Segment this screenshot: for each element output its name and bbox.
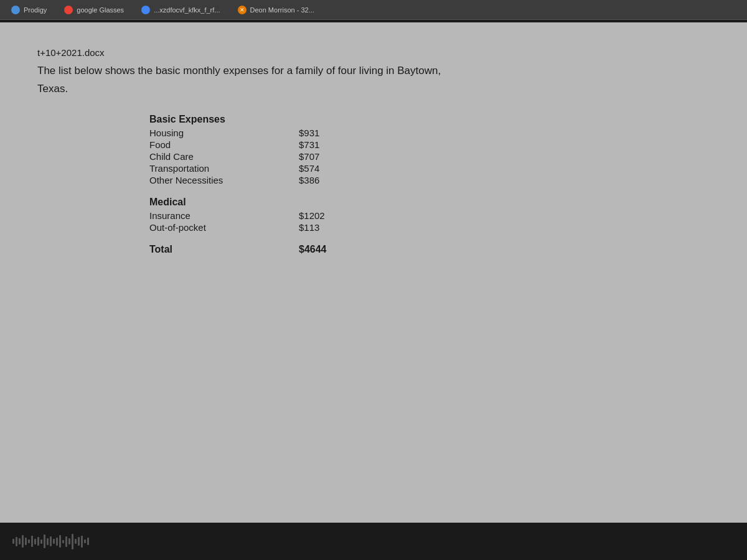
wave-bar: [44, 534, 45, 548]
expense-food-value: $731: [299, 139, 319, 150]
wave-bar: [87, 538, 89, 545]
wave-bar: [37, 537, 39, 546]
tab-google-glasses[interactable]: google Glasses: [58, 3, 130, 17]
tab-deon[interactable]: ✕ Deon Morrison - 32...: [232, 3, 321, 17]
expense-childcare-label: Child Care: [149, 151, 274, 162]
content-area: t+10+2021.docx The list below shows the …: [0, 20, 747, 560]
expense-outofpocket-value: $113: [299, 222, 319, 233]
deon-icon: ✕: [238, 6, 247, 14]
wave-bar: [62, 540, 64, 543]
wave-bar: [84, 539, 86, 543]
prodigy-icon: [11, 6, 20, 14]
wave-bar: [28, 539, 30, 543]
table-row: Housing $931: [149, 128, 710, 138]
intro-line1: The list below shows the basic monthly e…: [37, 63, 710, 79]
doc-icon: [141, 6, 150, 14]
expenses-container: Basic Expenses Housing $931 Food $731 Ch…: [149, 114, 710, 255]
wave-bar: [34, 539, 36, 544]
basic-expenses-header: Basic Expenses: [149, 114, 710, 125]
medical-header: Medical: [149, 197, 710, 208]
bottom-bar: [0, 523, 747, 560]
wave-bar: [16, 537, 17, 546]
wave-bar: [53, 539, 55, 544]
waveform: [12, 532, 735, 551]
wave-bar: [25, 538, 27, 545]
google-icon: [64, 6, 73, 14]
table-row: Other Necessities $386: [149, 175, 710, 185]
expense-transportation-label: Transportation: [149, 163, 274, 174]
tab-deon-label: Deon Morrison - 32...: [250, 6, 314, 14]
table-row: Insurance $1202: [149, 210, 710, 221]
wave-bar: [40, 539, 42, 544]
file-title: t+10+2021.docx: [37, 47, 710, 58]
intro-line2: Texas.: [37, 83, 710, 95]
document-area: t+10+2021.docx The list below shows the …: [0, 22, 747, 560]
total-value: $4644: [299, 244, 327, 255]
table-row: Child Care $707: [149, 151, 710, 162]
expense-childcare-value: $707: [299, 151, 319, 162]
tab-doc[interactable]: ...xzdfocvf_kfkx_f_rf...: [135, 3, 226, 17]
tab-doc-label: ...xzdfocvf_kfkx_f_rf...: [154, 6, 220, 14]
expense-necessities-label: Other Necessities: [149, 175, 274, 185]
wave-bar: [75, 539, 77, 544]
expense-housing-value: $931: [299, 128, 319, 138]
wave-bar: [81, 536, 83, 548]
tab-prodigy-label: Prodigy: [24, 6, 47, 14]
wave-bar: [50, 536, 52, 546]
expense-housing-label: Housing: [149, 128, 274, 138]
table-row: Out-of-pocket $113: [149, 222, 710, 233]
table-row: Transportation $574: [149, 163, 710, 174]
tab-google-label: google Glasses: [77, 6, 124, 14]
expense-necessities-value: $386: [299, 175, 319, 185]
wave-bar: [59, 535, 61, 548]
wave-bar: [72, 534, 73, 549]
expense-insurance-value: $1202: [299, 210, 325, 221]
wave-bar: [12, 539, 14, 544]
basic-expenses-section: Basic Expenses Housing $931 Food $731 Ch…: [149, 114, 710, 185]
medical-section: Medical Insurance $1202 Out-of-pocket $1…: [149, 197, 710, 233]
wave-bar: [56, 538, 58, 546]
wave-bar: [68, 538, 70, 544]
table-row: Food $731: [149, 139, 710, 150]
wave-bar: [65, 536, 67, 547]
browser-bar: Prodigy google Glasses ...xzdfocvf_kfkx_…: [0, 0, 747, 20]
expense-food-label: Food: [149, 139, 274, 150]
wave-bar: [19, 538, 21, 544]
expense-insurance-label: Insurance: [149, 210, 274, 221]
total-row: Total $4644: [149, 244, 710, 255]
wave-bar: [31, 536, 33, 547]
tab-prodigy[interactable]: Prodigy: [5, 3, 53, 17]
wave-bar: [78, 537, 80, 546]
expense-transportation-value: $574: [299, 163, 319, 174]
wave-bar: [47, 538, 49, 545]
total-label: Total: [149, 244, 274, 255]
expense-outofpocket-label: Out-of-pocket: [149, 222, 274, 233]
wave-bar: [22, 535, 24, 548]
